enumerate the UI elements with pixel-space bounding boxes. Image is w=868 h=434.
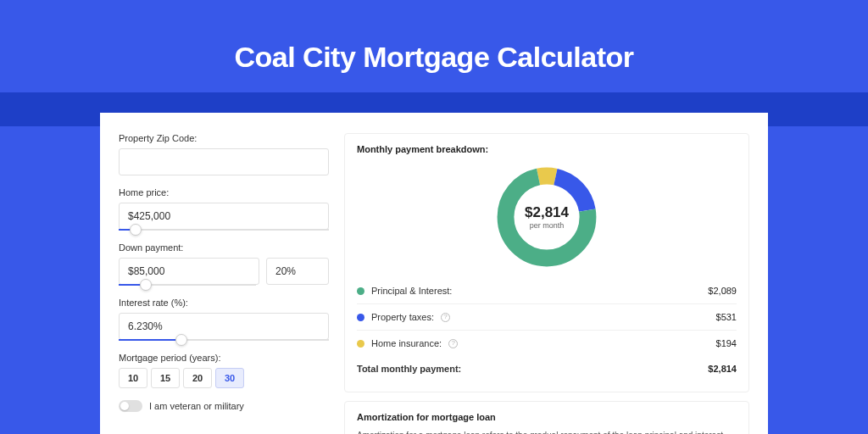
veteran-toggle[interactable] <box>119 400 142 412</box>
legend-value: $531 <box>716 312 737 322</box>
total-value: $2,814 <box>708 364 737 374</box>
interest-label: Interest rate (%): <box>119 298 329 308</box>
period-field-block: Mortgage period (years): 10152030 <box>119 353 329 388</box>
donut-wrap: $2,814 per month <box>357 161 737 278</box>
down-payment-slider[interactable] <box>119 284 256 286</box>
page-title: Coal City Mortgage Calculator <box>0 0 868 92</box>
legend-dot <box>357 314 364 321</box>
amortization-panel: Amortization for mortgage loan Amortizat… <box>344 401 749 434</box>
home-price-slider[interactable] <box>119 229 329 231</box>
veteran-label: I am veteran or military <box>149 401 244 411</box>
down-payment-slider-thumb[interactable] <box>140 279 152 291</box>
down-payment-pct-input[interactable] <box>266 258 329 285</box>
form-column: Property Zip Code: Home price: Down paym… <box>119 133 329 434</box>
donut-amount: $2,814 <box>525 204 569 221</box>
home-price-input[interactable] <box>119 203 329 230</box>
interest-slider[interactable] <box>119 339 329 341</box>
legend-value: $2,089 <box>708 286 737 296</box>
total-label: Total monthly payment: <box>357 364 461 374</box>
home-price-slider-thumb[interactable] <box>130 224 142 236</box>
legend-label: Property taxes: <box>371 312 434 322</box>
interest-input[interactable] <box>119 313 329 340</box>
home-price-field-block: Home price: <box>119 187 329 231</box>
period-btn-15[interactable]: 15 <box>151 368 180 388</box>
down-payment-label: Down payment: <box>119 242 329 253</box>
calculator-card: Property Zip Code: Home price: Down paym… <box>100 113 768 434</box>
legend-list: Principal & Interest:$2,089Property taxe… <box>357 278 737 356</box>
amortization-text: Amortization for a mortgage loan refers … <box>357 429 737 434</box>
legend-label: Principal & Interest: <box>371 286 452 296</box>
legend-dot <box>357 287 364 295</box>
breakdown-title: Monthly payment breakdown: <box>357 144 737 154</box>
period-label: Mortgage period (years): <box>119 353 329 363</box>
home-price-label: Home price: <box>119 187 329 198</box>
zip-label: Property Zip Code: <box>119 133 329 143</box>
down-payment-field-block: Down payment: <box>119 242 329 286</box>
period-btn-30[interactable]: 30 <box>215 368 244 388</box>
total-row: Total monthly payment: $2,814 <box>357 356 737 381</box>
help-icon[interactable]: ? <box>441 313 450 322</box>
toggle-knob <box>120 402 129 410</box>
donut-chart: $2,814 per month <box>492 163 601 271</box>
zip-field-block: Property Zip Code: <box>119 133 329 175</box>
legend-dot <box>357 340 364 348</box>
legend-row: Property taxes:?$531 <box>357 304 737 331</box>
legend-row: Principal & Interest:$2,089 <box>357 278 737 304</box>
results-column: Monthly payment breakdown: $2,814 per mo… <box>344 133 749 434</box>
down-payment-amount-input[interactable] <box>119 258 259 285</box>
legend-label: Home insurance: <box>371 338 442 348</box>
period-btn-10[interactable]: 10 <box>119 368 147 388</box>
donut-sub: per month <box>530 221 565 230</box>
legend-value: $194 <box>716 338 737 348</box>
amortization-title: Amortization for mortgage loan <box>357 412 737 422</box>
interest-field-block: Interest rate (%): <box>119 298 329 341</box>
help-icon[interactable]: ? <box>448 339 458 348</box>
period-btn-20[interactable]: 20 <box>183 368 212 388</box>
period-row: 10152030 <box>119 368 329 388</box>
legend-row: Home insurance:?$194 <box>357 331 737 356</box>
interest-slider-thumb[interactable] <box>175 334 187 346</box>
zip-input[interactable] <box>119 148 329 175</box>
breakdown-panel: Monthly payment breakdown: $2,814 per mo… <box>344 133 749 392</box>
donut-center: $2,814 per month <box>492 163 601 271</box>
veteran-toggle-row: I am veteran or military <box>119 400 329 412</box>
